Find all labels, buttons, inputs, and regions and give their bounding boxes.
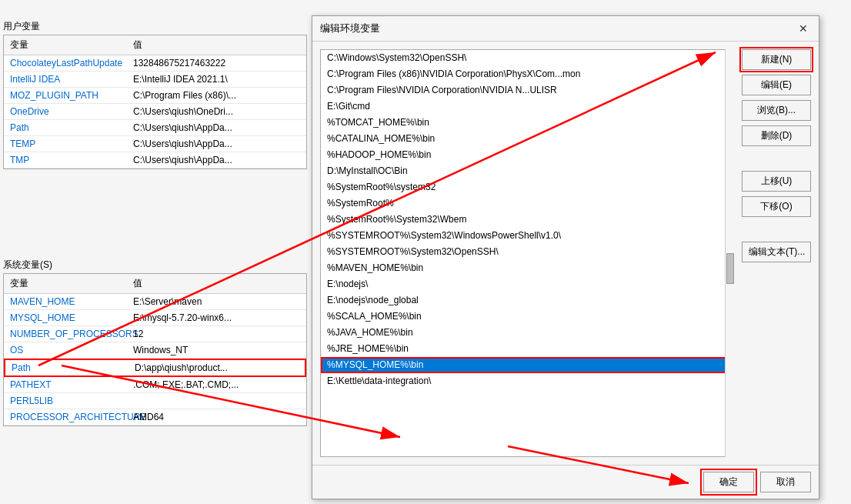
edit-button[interactable]: 编辑(E) xyxy=(742,75,811,95)
user-vars-section: 用户变量 变量 值 ChocolateyLastPathUpdate 13284… xyxy=(0,15,308,169)
action-buttons-panel: 新建(N) 编辑(E) 浏览(B)... 删除(D) 上移(U) 下移(O) 编… xyxy=(742,49,811,457)
scrollbar[interactable] xyxy=(725,49,734,457)
user-var-row[interactable]: ChocolateyLastPathUpdate 132848675217463… xyxy=(4,55,306,72)
list-item[interactable]: E:\Git\cmd xyxy=(321,98,733,115)
user-var-row[interactable]: MOZ_PLUGIN_PATH C:\Program Files (x86)\.… xyxy=(4,88,306,104)
list-item[interactable]: %HADOOP_HOME%\bin xyxy=(321,147,733,163)
list-item[interactable]: C:\Windows\System32\OpenSSH\ xyxy=(321,50,733,66)
sys-vars-section: 系统变量(S) 变量 值 MAVEN_HOME E:\Server\maven … xyxy=(0,254,308,426)
var-col-header: 变量 xyxy=(7,37,130,53)
dialog-footer: 确定 取消 xyxy=(312,465,819,499)
list-item[interactable]: %CATALINA_HOME%\bin xyxy=(321,131,733,147)
list-item[interactable]: %JRE_HOME%\bin xyxy=(321,341,733,357)
sys-var-row[interactable]: OS Windows_NT xyxy=(4,342,306,359)
dialog-title: 编辑环境变量 xyxy=(320,22,380,35)
sys-path-row[interactable]: Path D:\app\qiush\product... xyxy=(4,359,306,377)
sys-var-row[interactable]: MAVEN_HOME E:\Server\maven xyxy=(4,294,306,310)
browse-button[interactable]: 浏览(B)... xyxy=(742,100,811,121)
list-container: C:\Windows\System32\OpenSSH\ C:\Program … xyxy=(320,49,734,457)
cancel-button[interactable]: 取消 xyxy=(760,472,811,492)
list-item[interactable]: %SystemRoot%\system32 xyxy=(321,179,733,195)
list-item[interactable]: C:\Program Files (x86)\NVIDIA Corporatio… xyxy=(321,66,733,82)
list-item[interactable]: %MAVEN_HOME%\bin xyxy=(321,260,733,276)
delete-button[interactable]: 删除(D) xyxy=(742,125,811,146)
user-var-row[interactable]: TEMP C:\Users\qiush\AppDa... xyxy=(4,136,306,152)
list-item[interactable]: %JAVA_HOME%\bin xyxy=(321,325,733,341)
sys-var-row[interactable]: PATHEXT .COM;.EXE;.BAT;.CMD;... xyxy=(4,377,306,393)
close-button[interactable]: ✕ xyxy=(796,21,811,36)
sys-var-row[interactable]: NUMBER_OF_PROCESSORS 12 xyxy=(4,326,306,342)
sys-vars-header: 变量 值 xyxy=(4,274,306,294)
sys-var-row[interactable]: MYSQL_HOME E:\mysql-5.7.20-winx6... xyxy=(4,310,306,326)
sys-vars-label: 系统变量(S) xyxy=(0,254,308,273)
val-col-header2: 值 xyxy=(130,275,303,292)
list-item[interactable]: E:\nodejs\node_global xyxy=(321,292,733,309)
scroll-thumb[interactable] xyxy=(726,253,734,284)
dialog-body: C:\Windows\System32\OpenSSH\ C:\Program … xyxy=(312,42,819,465)
ok-button[interactable]: 确定 xyxy=(703,472,754,492)
user-var-row[interactable]: TMP C:\Users\qiush\AppDa... xyxy=(4,152,306,169)
selected-list-item[interactable]: %MYSQL_HOME%\bin xyxy=(321,357,733,373)
user-var-row[interactable]: IntelliJ IDEA E:\IntelliJ IDEA 2021.1\ xyxy=(4,72,306,88)
list-item[interactable]: %SystemRoot%\System32\Wbem xyxy=(321,212,733,228)
dialog-title-bar: 编辑环境变量 ✕ xyxy=(312,16,819,42)
list-item[interactable]: C:\Program Files\NVIDIA Corporation\NVID… xyxy=(321,82,733,98)
list-item[interactable]: %SYSTEMROOT%\System32\WindowsPowerShell\… xyxy=(321,228,733,244)
user-var-row[interactable]: Path C:\Users\qiush\AppDa... xyxy=(4,120,306,136)
list-item[interactable]: E:\Kettle\data-integration\ xyxy=(321,373,733,389)
edit-text-button[interactable]: 编辑文本(T)... xyxy=(742,242,811,262)
val-col-header: 值 xyxy=(130,37,303,53)
edit-env-dialog: 编辑环境变量 ✕ C:\Windows\System32\OpenSSH\ C:… xyxy=(312,15,819,499)
spacer xyxy=(742,151,811,166)
list-item[interactable]: %SCALA_HOME%\bin xyxy=(321,309,733,325)
spacer2 xyxy=(742,222,811,237)
list-item[interactable]: E:\nodejs\ xyxy=(321,276,733,292)
list-item[interactable]: %SystemRoot% xyxy=(321,195,733,212)
move-up-button[interactable]: 上移(U) xyxy=(742,171,811,192)
sys-var-row[interactable]: PROCESSOR_ARCHITECTURE AMD64 xyxy=(4,409,306,426)
var-col-header2: 变量 xyxy=(7,275,130,292)
user-var-row[interactable]: OneDrive C:\Users\qiush\OneDri... xyxy=(4,104,306,120)
path-list[interactable]: C:\Windows\System32\OpenSSH\ C:\Program … xyxy=(320,49,734,457)
sys-var-row[interactable]: PERL5LIB xyxy=(4,393,306,409)
list-item[interactable]: D:\MyInstall\OC\Bin xyxy=(321,163,733,179)
list-item[interactable]: %TOMCAT_HOME%\bin xyxy=(321,115,733,131)
user-vars-label: 用户变量 xyxy=(0,15,308,35)
user-vars-header: 变量 值 xyxy=(4,35,306,55)
new-button[interactable]: 新建(N) xyxy=(742,49,811,70)
list-item[interactable]: %SYSTEMROOT%\System32\OpenSSH\ xyxy=(321,244,733,260)
move-down-button[interactable]: 下移(O) xyxy=(742,196,811,217)
